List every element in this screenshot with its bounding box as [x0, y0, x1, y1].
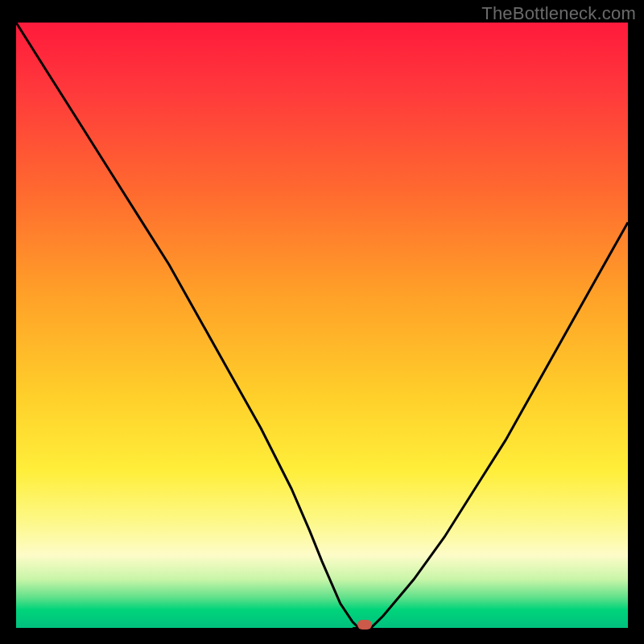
plot-area: [16, 23, 628, 628]
optimal-point-marker: [357, 620, 372, 630]
chart-frame: TheBottleneck.com: [0, 0, 644, 644]
watermark-text: TheBottleneck.com: [481, 3, 636, 24]
curve-path: [16, 23, 628, 628]
bottleneck-curve: [16, 23, 628, 628]
